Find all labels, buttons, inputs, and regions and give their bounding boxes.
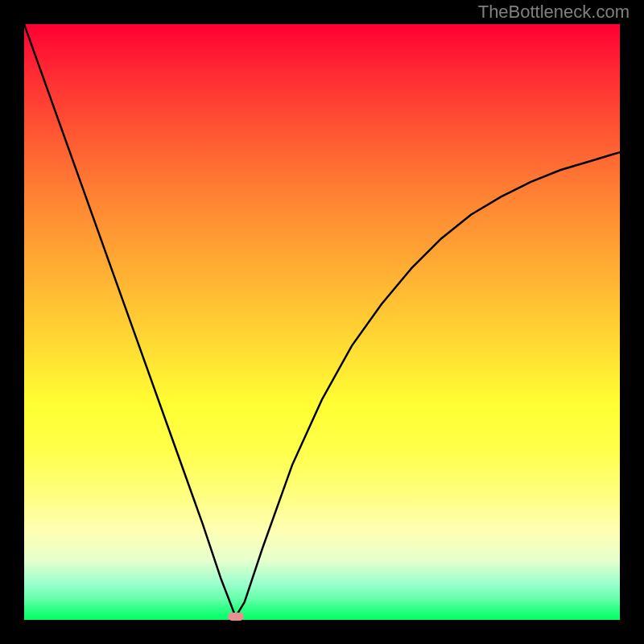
curve-svg — [24, 24, 620, 620]
plot-area — [24, 24, 620, 620]
bottleneck-curve — [24, 24, 620, 617]
optimal-point-marker — [228, 613, 244, 621]
watermark-text: TheBottleneck.com — [478, 2, 630, 23]
